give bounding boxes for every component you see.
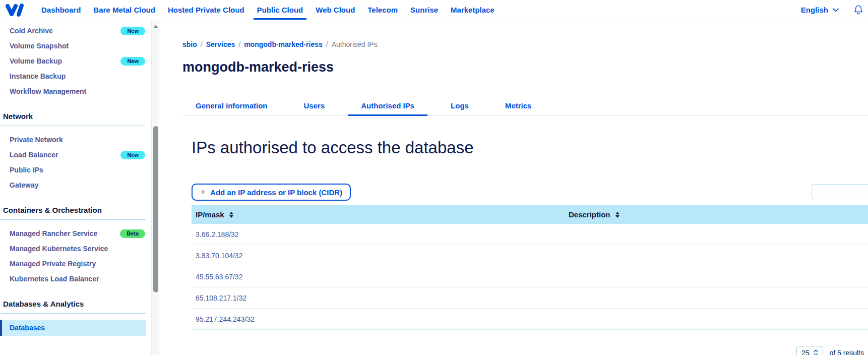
- column-header-ip-mask[interactable]: IP/mask: [192, 210, 569, 219]
- sidebar-item-label: Managed Kubernetes Service: [10, 245, 108, 253]
- table-header-row: IP/mask Description: [192, 205, 868, 224]
- breadcrumb-separator: /: [238, 40, 240, 48]
- table-row: 45.55.63.67/32: [192, 266, 868, 287]
- sidebar-item-instance-backup[interactable]: Instance Backup: [0, 69, 151, 84]
- scroll-up-arrow-icon[interactable]: [153, 25, 158, 28]
- table-row: 3.83.70.104/32: [192, 245, 868, 266]
- sidebar-item-label: Managed Rancher Service: [10, 229, 97, 238]
- sidebar-item-label: Kubernetes Load Balancer: [10, 275, 99, 283]
- sidebar-section-network: Network: [0, 112, 146, 126]
- sort-arrows-icon: [229, 212, 233, 218]
- sidebar-item-label: Databases: [10, 324, 45, 332]
- table-row: 3.66.2.188/32: [192, 224, 868, 245]
- sidebar-item-managed-rancher-service[interactable]: Managed Rancher Service Beta: [0, 226, 151, 241]
- nav-item-marketplace[interactable]: Marketplace: [451, 0, 494, 20]
- page-size-value: 25: [801, 349, 810, 355]
- main-content: sbio/Services/mongodb-marked-riess/Autho…: [159, 20, 868, 355]
- breadcrumb-link-sbio[interactable]: sbio: [182, 40, 197, 48]
- new-badge: New: [120, 57, 145, 66]
- scrollbar-thumb[interactable]: [153, 126, 158, 292]
- sidebar-item-label: Volume Snapshot: [10, 42, 69, 50]
- sidebar-item-label: Managed Private Registry: [10, 260, 96, 268]
- top-nav: Dashboard Bare Metal Cloud Hosted Privat…: [0, 0, 868, 20]
- beta-badge: Beta: [120, 229, 145, 238]
- sidebar-item-label: Load Balancer: [10, 151, 58, 159]
- notifications-bell-icon[interactable]: [854, 5, 863, 15]
- table-toolbar: + Add an IP address or IP block (CIDR): [192, 184, 868, 201]
- breadcrumb: sbio/Services/mongodb-marked-riess/Autho…: [182, 40, 868, 49]
- nav-item-public-cloud[interactable]: Public Cloud: [257, 0, 303, 20]
- sidebar-item-label: Public IPs: [10, 166, 43, 174]
- table-pagination: 25 of 5 results: [192, 346, 868, 355]
- sidebar-item-label: Gateway: [10, 181, 39, 189]
- table-row: 95.217.244.243/32: [192, 309, 868, 330]
- nav-item-sunrise[interactable]: Sunrise: [410, 0, 438, 20]
- sidebar-item-label: Private Network: [10, 136, 63, 144]
- sidebar-item-load-balancer[interactable]: Load Balancer New: [0, 147, 151, 162]
- new-badge: New: [120, 151, 145, 159]
- sidebar-item-label: Volume Backup: [10, 57, 62, 65]
- sidebar-item-cold-archive[interactable]: Cold Archive New: [0, 23, 151, 38]
- sidebar-item-private-network[interactable]: Private Network: [0, 132, 151, 147]
- column-label: Description: [569, 210, 610, 219]
- tab-general-information[interactable]: General information: [182, 101, 281, 115]
- topbar-right: English: [801, 5, 868, 15]
- tab-users[interactable]: Users: [291, 101, 338, 115]
- sidebar-section-containers: Containers & Orchestration: [0, 206, 146, 220]
- nav-item-web-cloud[interactable]: Web Cloud: [316, 0, 355, 20]
- sidebar-item-managed-kubernetes-service[interactable]: Managed Kubernetes Service: [0, 241, 151, 256]
- sidebar-item-gateway[interactable]: Gateway: [0, 178, 151, 193]
- ip-mask-cell: 45.55.63.67/32: [192, 273, 569, 281]
- nav-item-dashboard[interactable]: Dashboard: [41, 0, 81, 20]
- ip-mask-cell: 95.217.244.243/32: [192, 315, 569, 323]
- ip-mask-cell: 65.108.217.1/32: [192, 294, 569, 302]
- sidebar-item-label: Workflow Management: [10, 87, 86, 95]
- tab-logs[interactable]: Logs: [438, 101, 482, 115]
- primary-nav: Dashboard Bare Metal Cloud Hosted Privat…: [41, 0, 494, 20]
- sidebar-scrollbar[interactable]: [151, 20, 159, 355]
- breadcrumb-link-service-name[interactable]: mongodb-marked-riess: [244, 40, 323, 48]
- breadcrumb-current: Authorised IPs: [332, 40, 378, 48]
- new-badge: New: [120, 27, 145, 35]
- section-heading: IPs authorised to access the database: [192, 138, 868, 158]
- tab-authorised-ips[interactable]: Authorised IPs: [348, 101, 427, 115]
- sidebar-item-public-ips[interactable]: Public IPs: [0, 162, 151, 178]
- ip-mask-cell: 3.66.2.188/32: [192, 230, 569, 239]
- language-selector[interactable]: English: [801, 6, 839, 14]
- ip-mask-cell: 3.83.70.104/32: [192, 252, 569, 260]
- column-label: IP/mask: [196, 210, 224, 219]
- sidebar-item-volume-snapshot[interactable]: Volume Snapshot: [0, 38, 151, 53]
- authorised-ips-table: IP/mask Description 3.66.2.188/32 3.83.7…: [192, 205, 868, 330]
- language-label: English: [801, 6, 828, 14]
- sort-arrows-icon: [615, 212, 619, 218]
- column-header-description[interactable]: Description: [569, 210, 868, 219]
- sidebar-item-label: Cold Archive: [10, 27, 53, 35]
- chevron-down-icon: [833, 8, 839, 12]
- authorised-ips-panel: IPs authorised to access the database + …: [182, 138, 868, 355]
- sidebar-item-managed-private-registry[interactable]: Managed Private Registry: [0, 256, 151, 271]
- tab-metrics[interactable]: Metrics: [492, 101, 545, 115]
- results-count-text: of 5 results: [830, 349, 864, 355]
- ovhcloud-logo[interactable]: [4, 3, 26, 17]
- sidebar-item-kubernetes-load-balancer[interactable]: Kubernetes Load Balancer: [0, 271, 151, 286]
- breadcrumb-separator: /: [201, 40, 203, 48]
- sidebar-item-databases[interactable]: Databases: [0, 320, 146, 336]
- sidebar-item-volume-backup[interactable]: Volume Backup New: [0, 53, 151, 69]
- breadcrumb-link-services[interactable]: Services: [206, 40, 235, 48]
- nav-item-hosted-private-cloud[interactable]: Hosted Private Cloud: [168, 0, 244, 20]
- plus-icon: +: [200, 187, 206, 197]
- nav-item-bare-metal-cloud[interactable]: Bare Metal Cloud: [93, 0, 155, 20]
- nav-item-telecom[interactable]: Telecom: [367, 0, 398, 20]
- select-chevrons-icon: [814, 349, 818, 355]
- table-row: 65.108.217.1/32: [192, 287, 868, 309]
- add-ip-button[interactable]: + Add an IP address or IP block (CIDR): [192, 184, 351, 201]
- sidebar-item-label: Instance Backup: [10, 72, 66, 80]
- add-ip-button-label: Add an IP address or IP block (CIDR): [210, 188, 342, 197]
- table-search-input[interactable]: [812, 184, 868, 200]
- breadcrumb-separator: /: [326, 40, 328, 48]
- page-size-select[interactable]: 25: [796, 346, 823, 355]
- page-title: mongodb-marked-riess: [182, 59, 868, 75]
- ovhcloud-logo-icon: [4, 3, 26, 17]
- sidebar-section-databases-analytics: Databases & Analytics: [0, 300, 146, 314]
- sidebar-item-workflow-management[interactable]: Workflow Management: [0, 84, 151, 99]
